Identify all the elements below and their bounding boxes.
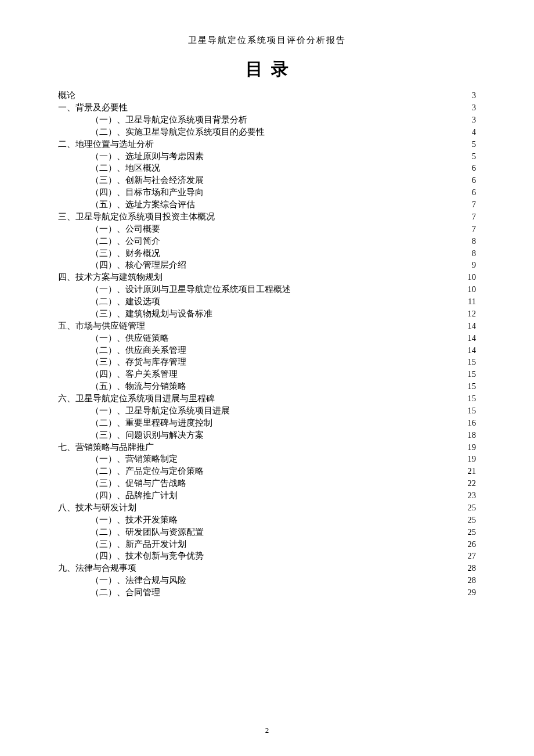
toc-entry-label: 九、法律与合规事项 [58,564,136,573]
toc-entry[interactable]: （四）、客户关系管理15 [58,368,476,380]
toc-entry[interactable]: （一）、供应链策略14 [58,332,476,344]
toc-entry-page: 16 [464,419,476,427]
toc-entry-label: 六、卫星导航定位系统项目进展与里程碑 [58,394,215,403]
toc-entry-page: 22 [464,479,476,488]
toc-entry[interactable]: 五、市场与供应链管理14 [58,320,476,332]
toc-entry[interactable]: （二）、供应商关系管理14 [58,344,476,356]
toc-entry-label: （二）、合同管理 [91,588,160,597]
toc-entry-page: 3 [464,103,476,112]
toc-entry[interactable]: （四）、目标市场和产业导向6 [58,186,476,199]
document-page: 卫星导航定位系统项目评价分析报告 目录 概论3一、背景及必要性3（一）、卫星导航… [0,0,534,756]
toc-entry[interactable]: （二）、研发团队与资源配置25 [58,526,476,538]
toc-entry-page: 7 [464,200,476,209]
toc-entry-page: 18 [464,431,476,440]
toc-entry-page: 6 [464,188,476,197]
toc-entry-label: （二）、公司简介 [91,237,160,246]
toc-entry[interactable]: （一）、选址原则与考虑因素5 [58,150,476,162]
toc-entry-page: 3 [464,116,476,124]
toc-entry-page: 19 [464,443,476,452]
toc-entry-label: （一）、供应链策略 [91,334,169,343]
toc-entry-label: （五）、物流与分销策略 [91,382,186,391]
toc-entry-label: 五、市场与供应链管理 [58,322,145,330]
document-header: 卫星导航定位系统项目评价分析报告 [58,35,476,46]
toc-entry-page: 27 [464,552,476,560]
toc-entry[interactable]: （三）、存货与库存管理15 [58,356,476,368]
toc-entry-page: 10 [464,273,476,282]
toc-entry-page: 7 [464,213,476,221]
toc-entry[interactable]: 三、卫星导航定位系统项目投资主体概况7 [58,211,476,223]
toc-entry[interactable]: （二）、实施卫星导航定位系统项目的必要性4 [58,126,476,138]
toc-entry-page: 21 [464,467,476,476]
toc-entry[interactable]: （四）、技术创新与竞争优势27 [58,550,476,562]
toc-entry-label: （一）、卫星导航定位系统项目进展 [91,406,230,415]
toc-entry[interactable]: （一）、法律合规与风险28 [58,574,476,586]
toc-entry-label: （三）、财务概况 [91,249,160,258]
toc-entry[interactable]: 八、技术与研发计划25 [58,502,476,514]
toc-entry[interactable]: （四）、核心管理层介绍9 [58,259,476,271]
toc-entry-label: （一）、技术开发策略 [91,516,178,524]
toc-entry[interactable]: （二）、建设选项11 [58,296,476,308]
toc-entry-page: 15 [464,382,476,391]
toc-entry-page: 28 [464,576,476,585]
toc-entry-label: （一）、设计原则与卫星导航定位系统项目工程概述 [91,285,291,294]
toc-entry[interactable]: （二）、地区概况6 [58,162,476,174]
toc-entry-label: （二）、供应商关系管理 [91,346,186,355]
toc-entry[interactable]: （三）、建筑物规划与设备标准12 [58,308,476,320]
toc-entry[interactable]: （三）、财务概况8 [58,247,476,259]
toc-entry[interactable]: （二）、合同管理29 [58,586,476,599]
toc-entry-label: （五）、选址方案综合评估 [91,200,195,209]
toc-entry-page: 23 [464,491,476,500]
toc-entry-page: 29 [464,588,476,597]
toc-entry[interactable]: （二）、公司简介8 [58,235,476,247]
toc-entry-page: 15 [464,394,476,403]
toc-entry-page: 25 [464,528,476,537]
toc-entry[interactable]: （一）、技术开发策略25 [58,514,476,526]
toc-entry[interactable]: （三）、新产品开发计划26 [58,538,476,550]
toc-entry[interactable]: （一）、公司概要7 [58,223,476,235]
toc-entry[interactable]: 四、技术方案与建筑物规划10 [58,271,476,283]
toc-entry-page: 14 [464,346,476,355]
toc-entry-label: 四、技术方案与建筑物规划 [58,273,163,282]
toc-entry[interactable]: 概论3 [58,89,476,102]
toc-entry-page: 25 [464,503,476,512]
toc-entry[interactable]: （一）、卫星导航定位系统项目背景分析3 [58,114,476,126]
toc-entry[interactable]: （二）、重要里程碑与进度控制16 [58,417,476,429]
toc-entry[interactable]: 一、背景及必要性3 [58,102,476,114]
toc-entry[interactable]: （四）、品牌推广计划23 [58,489,476,502]
toc-entry-label: （二）、重要里程碑与进度控制 [91,419,212,427]
toc-entry[interactable]: 六、卫星导航定位系统项目进展与里程碑15 [58,393,476,405]
toc-entry-page: 9 [464,261,476,269]
toc-entry[interactable]: 二、地理位置与选址分析5 [58,138,476,150]
toc-entry[interactable]: （五）、选址方案综合评估7 [58,199,476,211]
toc-entry-label: （一）、营销策略制定 [91,455,178,463]
toc-entry-label: （二）、建设选项 [91,297,160,306]
toc-entry-label: （二）、研发团队与资源配置 [91,528,204,537]
toc-entry-label: （三）、问题识别与解决方案 [91,431,204,440]
toc-entry[interactable]: （五）、物流与分销策略15 [58,380,476,393]
toc-entry[interactable]: （三）、促销与广告战略22 [58,477,476,489]
toc-entry-page: 25 [464,516,476,524]
toc-entry-label: （一）、卫星导航定位系统项目背景分析 [91,116,247,124]
toc-entry[interactable]: （一）、设计原则与卫星导航定位系统项目工程概述10 [58,283,476,296]
toc-entry-label: （三）、存货与库存管理 [91,358,186,366]
toc-entry[interactable]: （一）、营销策略制定19 [58,453,476,465]
toc-entry[interactable]: （三）、问题识别与解决方案18 [58,429,476,441]
toc-entry[interactable]: （二）、产品定位与定价策略21 [58,465,476,477]
toc-entry-page: 28 [464,564,476,573]
toc-entry-label: （三）、新产品开发计划 [91,540,186,549]
toc-entry-page: 15 [464,406,476,415]
toc-entry[interactable]: （一）、卫星导航定位系统项目进展15 [58,405,476,417]
toc-entry-label: （三）、建筑物规划与设备标准 [91,309,212,318]
toc-entry[interactable]: （三）、创新与社会经济发展6 [58,174,476,186]
page-number: 2 [0,726,534,735]
toc-entry-label: （二）、产品定位与定价策略 [91,467,204,476]
toc-title: 目录 [58,57,476,81]
toc-entry[interactable]: 七、营销策略与品牌推广19 [58,441,476,453]
toc-entry-label: 八、技术与研发计划 [58,503,136,512]
toc-entry-page: 8 [464,249,476,258]
toc-entry-label: （四）、核心管理层介绍 [91,261,186,269]
toc-entry-label: 七、营销策略与品牌推广 [58,443,154,452]
toc-entry[interactable]: 九、法律与合规事项28 [58,562,476,574]
toc-entry-label: 三、卫星导航定位系统项目投资主体概况 [58,213,215,221]
table-of-contents: 概论3一、背景及必要性3（一）、卫星导航定位系统项目背景分析3（二）、实施卫星导… [58,89,476,599]
